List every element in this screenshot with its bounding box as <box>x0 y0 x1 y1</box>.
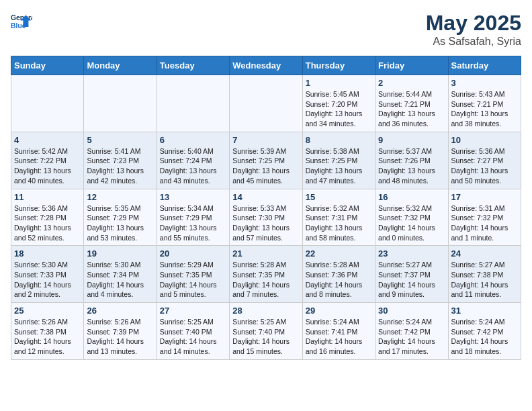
day-of-week-header: Thursday <box>302 56 375 75</box>
location-subtitle: As Safsafah, Syria <box>426 36 521 48</box>
day-number: 2 <box>378 78 445 88</box>
day-info: Sunrise: 5:42 AMSunset: 7:22 PMDaylight:… <box>14 146 81 186</box>
day-info: Sunrise: 5:29 AMSunset: 7:35 PMDaylight:… <box>160 260 226 300</box>
calendar-cell <box>11 75 84 132</box>
calendar-cell: 26Sunrise: 5:26 AMSunset: 7:39 PMDayligh… <box>84 303 157 360</box>
calendar-cell <box>84 75 157 132</box>
day-number: 7 <box>232 135 299 145</box>
day-number: 22 <box>306 248 372 259</box>
day-number: 15 <box>306 192 372 202</box>
day-info: Sunrise: 5:24 AMSunset: 7:42 PMDaylight:… <box>378 317 445 357</box>
calendar-cell: 6Sunrise: 5:40 AMSunset: 7:24 PMDaylight… <box>157 132 229 189</box>
day-of-week-header: Friday <box>375 56 448 75</box>
day-number: 24 <box>451 248 518 259</box>
calendar-cell: 30Sunrise: 5:24 AMSunset: 7:42 PMDayligh… <box>375 303 448 360</box>
calendar-cell: 11Sunrise: 5:36 AMSunset: 7:28 PMDayligh… <box>11 189 84 246</box>
calendar-cell: 21Sunrise: 5:28 AMSunset: 7:35 PMDayligh… <box>230 246 302 303</box>
day-info: Sunrise: 5:40 AMSunset: 7:24 PMDaylight:… <box>160 146 226 186</box>
calendar-week-row: 11Sunrise: 5:36 AMSunset: 7:28 PMDayligh… <box>11 189 521 246</box>
day-number: 10 <box>451 135 518 145</box>
calendar-cell: 3Sunrise: 5:43 AMSunset: 7:21 PMDaylight… <box>448 75 521 132</box>
day-number: 1 <box>306 78 372 88</box>
day-info: Sunrise: 5:34 AMSunset: 7:29 PMDaylight:… <box>160 203 226 243</box>
calendar-cell: 27Sunrise: 5:25 AMSunset: 7:40 PMDayligh… <box>157 303 229 360</box>
day-info: Sunrise: 5:44 AMSunset: 7:21 PMDaylight:… <box>378 89 445 129</box>
calendar-cell: 24Sunrise: 5:27 AMSunset: 7:38 PMDayligh… <box>448 246 521 303</box>
day-info: Sunrise: 5:30 AMSunset: 7:33 PMDaylight:… <box>14 260 81 300</box>
logo-icon: General Blue <box>11 11 32 32</box>
day-number: 8 <box>306 135 372 145</box>
day-info: Sunrise: 5:41 AMSunset: 7:23 PMDaylight:… <box>87 146 153 186</box>
day-number: 13 <box>160 192 226 202</box>
day-info: Sunrise: 5:28 AMSunset: 7:36 PMDaylight:… <box>306 260 372 300</box>
day-info: Sunrise: 5:27 AMSunset: 7:38 PMDaylight:… <box>451 260 518 300</box>
day-number: 11 <box>14 192 81 202</box>
day-info: Sunrise: 5:27 AMSunset: 7:37 PMDaylight:… <box>378 260 445 300</box>
day-info: Sunrise: 5:28 AMSunset: 7:35 PMDaylight:… <box>232 260 299 300</box>
calendar-cell: 2Sunrise: 5:44 AMSunset: 7:21 PMDaylight… <box>375 75 448 132</box>
calendar-week-row: 4Sunrise: 5:42 AMSunset: 7:22 PMDaylight… <box>11 132 521 189</box>
day-of-week-header: Tuesday <box>157 56 229 75</box>
day-number: 28 <box>232 306 299 316</box>
day-number: 17 <box>451 192 518 202</box>
calendar-cell: 18Sunrise: 5:30 AMSunset: 7:33 PMDayligh… <box>11 246 84 303</box>
day-info: Sunrise: 5:31 AMSunset: 7:32 PMDaylight:… <box>451 203 518 243</box>
calendar-cell <box>157 75 229 132</box>
title-block: May 2025 As Safsafah, Syria <box>426 11 521 48</box>
calendar-cell: 20Sunrise: 5:29 AMSunset: 7:35 PMDayligh… <box>157 246 229 303</box>
calendar-cell: 19Sunrise: 5:30 AMSunset: 7:34 PMDayligh… <box>84 246 157 303</box>
day-info: Sunrise: 5:36 AMSunset: 7:27 PMDaylight:… <box>451 146 518 186</box>
calendar-header: SundayMondayTuesdayWednesdayThursdayFrid… <box>11 56 521 75</box>
calendar-table: SundayMondayTuesdayWednesdayThursdayFrid… <box>11 56 521 360</box>
day-info: Sunrise: 5:33 AMSunset: 7:30 PMDaylight:… <box>232 203 299 243</box>
day-info: Sunrise: 5:36 AMSunset: 7:28 PMDaylight:… <box>14 203 81 243</box>
day-info: Sunrise: 5:37 AMSunset: 7:26 PMDaylight:… <box>378 146 445 186</box>
day-number: 27 <box>160 306 226 316</box>
day-number: 12 <box>87 192 153 202</box>
day-info: Sunrise: 5:26 AMSunset: 7:38 PMDaylight:… <box>14 317 81 357</box>
page-header: General Blue May 2025 As Safsafah, Syria <box>11 11 521 48</box>
day-of-week-header: Wednesday <box>230 56 302 75</box>
calendar-cell: 31Sunrise: 5:24 AMSunset: 7:42 PMDayligh… <box>448 303 521 360</box>
day-number: 20 <box>160 248 226 259</box>
day-info: Sunrise: 5:30 AMSunset: 7:34 PMDaylight:… <box>87 260 153 300</box>
day-number: 23 <box>378 248 445 259</box>
calendar-cell: 9Sunrise: 5:37 AMSunset: 7:26 PMDaylight… <box>375 132 448 189</box>
day-of-week-header: Saturday <box>448 56 521 75</box>
calendar-cell: 17Sunrise: 5:31 AMSunset: 7:32 PMDayligh… <box>448 189 521 246</box>
calendar-week-row: 25Sunrise: 5:26 AMSunset: 7:38 PMDayligh… <box>11 303 521 360</box>
day-number: 21 <box>232 248 299 259</box>
day-info: Sunrise: 5:24 AMSunset: 7:42 PMDaylight:… <box>451 317 518 357</box>
day-number: 26 <box>87 306 153 316</box>
day-number: 14 <box>232 192 299 202</box>
day-info: Sunrise: 5:45 AMSunset: 7:20 PMDaylight:… <box>306 89 372 129</box>
day-number: 6 <box>160 135 226 145</box>
day-number: 18 <box>14 248 81 259</box>
logo: General Blue <box>11 11 32 32</box>
day-number: 30 <box>378 306 445 316</box>
day-info: Sunrise: 5:25 AMSunset: 7:40 PMDaylight:… <box>160 317 226 357</box>
day-number: 29 <box>306 306 372 316</box>
day-number: 25 <box>14 306 81 316</box>
day-info: Sunrise: 5:39 AMSunset: 7:25 PMDaylight:… <box>232 146 299 186</box>
day-info: Sunrise: 5:32 AMSunset: 7:31 PMDaylight:… <box>306 203 372 243</box>
calendar-week-row: 1Sunrise: 5:45 AMSunset: 7:20 PMDaylight… <box>11 75 521 132</box>
calendar-cell: 10Sunrise: 5:36 AMSunset: 7:27 PMDayligh… <box>448 132 521 189</box>
calendar-cell: 16Sunrise: 5:32 AMSunset: 7:32 PMDayligh… <box>375 189 448 246</box>
svg-text:General: General <box>11 14 32 21</box>
calendar-cell: 14Sunrise: 5:33 AMSunset: 7:30 PMDayligh… <box>230 189 302 246</box>
day-number: 5 <box>87 135 153 145</box>
calendar-cell: 13Sunrise: 5:34 AMSunset: 7:29 PMDayligh… <box>157 189 229 246</box>
day-info: Sunrise: 5:26 AMSunset: 7:39 PMDaylight:… <box>87 317 153 357</box>
calendar-cell: 5Sunrise: 5:41 AMSunset: 7:23 PMDaylight… <box>84 132 157 189</box>
day-info: Sunrise: 5:43 AMSunset: 7:21 PMDaylight:… <box>451 89 518 129</box>
day-number: 19 <box>87 248 153 259</box>
calendar-cell: 8Sunrise: 5:38 AMSunset: 7:25 PMDaylight… <box>302 132 375 189</box>
day-number: 16 <box>378 192 445 202</box>
calendar-cell: 29Sunrise: 5:24 AMSunset: 7:41 PMDayligh… <box>302 303 375 360</box>
day-of-week-header: Sunday <box>11 56 84 75</box>
calendar-cell: 23Sunrise: 5:27 AMSunset: 7:37 PMDayligh… <box>375 246 448 303</box>
day-info: Sunrise: 5:32 AMSunset: 7:32 PMDaylight:… <box>378 203 445 243</box>
day-number: 4 <box>14 135 81 145</box>
day-number: 31 <box>451 306 518 316</box>
